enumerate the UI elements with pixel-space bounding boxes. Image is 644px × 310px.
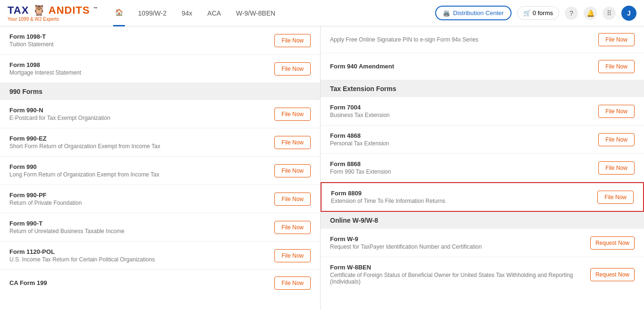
file-now-button[interactable]: File Now: [598, 105, 635, 118]
file-now-button[interactable]: File Now: [274, 249, 311, 262]
right-panel: Apply Free Online Signature PIN to e-sig…: [321, 26, 644, 310]
form-name: Form W-9: [330, 235, 482, 243]
request-now-button[interactable]: Request Now: [590, 236, 635, 250]
form-info: Form W-8BEN Certificate of Foreign Statu…: [330, 264, 590, 285]
cart-button[interactable]: 🛒 0 forms: [517, 6, 559, 20]
form-row: Form W-9 Request for TaxPayer Identifica…: [321, 229, 644, 257]
form-desc: Apply Free Online Signature PIN to e-sig…: [330, 36, 479, 43]
nav-links: 🏠 1099/W-2 94x ACA W-9/W-8BEN: [113, 0, 435, 26]
form-row: Form W-8BEN Certificate of Foreign Statu…: [321, 257, 644, 292]
form-name: CA Form 199: [9, 279, 47, 286]
form-name: Form 8809: [331, 190, 446, 197]
form-name: Form 1098: [9, 61, 81, 68]
form-info: Form 1098 Mortgage Interest Statement: [9, 61, 81, 76]
form-desc: U.S. Income Tax Return for Certain Polit…: [9, 256, 155, 263]
nav-w9-w8ben[interactable]: W-9/W-8BEN: [234, 0, 278, 26]
section-header-990: 990 Forms: [0, 83, 320, 100]
left-panel: Form 1098-T Tuition Statement File Now F…: [0, 26, 321, 310]
form-name: Form 990-T: [9, 220, 124, 227]
form-name: Form 990-N: [9, 107, 110, 114]
form-info: Form 1120-POL U.S. Income Tax Return for…: [9, 248, 155, 263]
form-info: Form W-9 Request for TaxPayer Identifica…: [330, 235, 482, 250]
grid-menu-button[interactable]: ⠿: [603, 7, 616, 20]
form-desc: Return of Unrelated Business Taxable Inc…: [9, 228, 124, 235]
file-now-button[interactable]: File Now: [598, 161, 635, 175]
form-info: Form 7004 Business Tax Extension: [330, 104, 390, 118]
help-button[interactable]: ?: [565, 7, 578, 20]
file-now-button[interactable]: File Now: [598, 60, 635, 73]
form-name: Form W-8BEN: [330, 264, 590, 271]
form-row-highlighted: Form 8809 Extension of Time To File Info…: [321, 182, 644, 212]
form-desc: Short Form Return of Organization Exempt…: [9, 143, 160, 150]
file-now-button[interactable]: File Now: [274, 136, 311, 149]
form-desc: Tuition Statement: [9, 41, 54, 48]
form-row: Form 1120-POL U.S. Income Tax Return for…: [0, 242, 320, 270]
user-avatar[interactable]: J: [621, 6, 636, 21]
form-row: Form 990-T Return of Unrelated Business …: [0, 213, 320, 242]
nav-1099-w2[interactable]: 1099/W-2: [136, 0, 168, 26]
form-row: Form 7004 Business Tax Extension File No…: [321, 97, 644, 126]
file-now-button[interactable]: File Now: [274, 62, 311, 75]
file-now-button-highlighted[interactable]: File Now: [597, 191, 634, 204]
form-desc: Extension of Time To File Information Re…: [331, 198, 446, 204]
form-desc: Certificate of Foreign Status of Benefic…: [330, 272, 590, 285]
form-desc: Personal Tax Extension: [330, 140, 389, 147]
form-info: Form 940 Amendment: [330, 63, 394, 71]
form-desc: Mortgage Interest Statement: [9, 69, 81, 76]
form-info: CA Form 199: [9, 279, 47, 287]
form-info: Form 990-EZ Short Form Return of Organiz…: [9, 135, 160, 150]
form-name: Form 1098-T: [9, 33, 54, 40]
section-header-online-w9: Online W-9/W-8: [321, 212, 644, 229]
form-row: Form 990 Long Form Return of Organizatio…: [0, 157, 320, 185]
form-row: Form 990-N E-Postcard for Tax Exempt Org…: [0, 100, 320, 128]
logo: TAX 🦉 ANDITS ™: [8, 4, 98, 17]
form-name: Form 1120-POL: [9, 248, 155, 255]
form-row: CA Form 199 File Now: [0, 270, 320, 296]
form-name: Form 7004: [330, 104, 390, 111]
logo-tagline: Your 1099 & W2 Experts: [8, 17, 98, 22]
form-row: Form 1098-T Tuition Statement File Now: [0, 26, 320, 55]
file-now-button[interactable]: File Now: [274, 108, 311, 121]
header-right: 🖨️ Distribution Center 🛒 0 forms ? 🔔 ⠿ J: [435, 6, 636, 21]
dist-center-label: Distribution Center: [453, 9, 504, 17]
form-desc: Form 990 Tax Extension: [330, 168, 391, 175]
nav-aca[interactable]: ACA: [206, 0, 223, 26]
printer-icon: 🖨️: [443, 9, 450, 17]
form-desc: Return of Private Foundation: [9, 200, 82, 206]
form-name: Form 940 Amendment: [330, 63, 394, 70]
section-header-tax-extension: Tax Extension Forms: [321, 80, 644, 97]
form-info: Apply Free Online Signature PIN to e-sig…: [330, 36, 479, 43]
form-desc: E-Postcard for Tax Exempt Organization: [9, 115, 110, 121]
home-icon: 🏠: [115, 8, 123, 16]
form-name: Form 990-PF: [9, 192, 82, 199]
form-info: Form 990-PF Return of Private Foundation: [9, 192, 82, 206]
file-now-button[interactable]: File Now: [274, 276, 311, 290]
notifications-button[interactable]: 🔔: [584, 7, 597, 20]
file-now-button[interactable]: File Now: [274, 164, 311, 177]
file-now-button[interactable]: File Now: [598, 133, 635, 146]
logo-area: TAX 🦉 ANDITS ™ Your 1099 & W2 Experts: [8, 4, 98, 22]
nav-home[interactable]: 🏠: [113, 0, 125, 26]
form-info: Form 990-N E-Postcard for Tax Exempt Org…: [9, 107, 110, 121]
file-now-button[interactable]: File Now: [598, 33, 635, 46]
file-now-button[interactable]: File Now: [274, 193, 311, 206]
form-row: Form 990-PF Return of Private Foundation…: [0, 185, 320, 213]
form-name: Form 8868: [330, 160, 391, 168]
form-name: Form 990: [9, 163, 159, 170]
form-row: Form 8868 Form 990 Tax Extension File No…: [321, 154, 644, 182]
file-now-button[interactable]: File Now: [274, 221, 311, 234]
request-now-button[interactable]: Request Now: [590, 268, 635, 281]
form-desc: Request for TaxPayer Identification Numb…: [330, 243, 482, 250]
nav-94x[interactable]: 94x: [180, 0, 194, 26]
main-container: Form 1098-T Tuition Statement File Now F…: [0, 26, 644, 310]
file-now-button[interactable]: File Now: [274, 34, 311, 47]
form-info: Form 1098-T Tuition Statement: [9, 33, 54, 48]
form-info: Form 8868 Form 990 Tax Extension: [330, 160, 391, 175]
form-desc: Long Form Return of Organization Exempt …: [9, 171, 159, 178]
form-row: Form 990-EZ Short Form Return of Organiz…: [0, 128, 320, 157]
header: TAX 🦉 ANDITS ™ Your 1099 & W2 Experts 🏠 …: [0, 0, 644, 26]
distribution-center-button[interactable]: 🖨️ Distribution Center: [435, 6, 512, 20]
form-name: Form 4868: [330, 132, 389, 139]
cart-label: 0 forms: [533, 9, 553, 17]
form-info: Form 4868 Personal Tax Extension: [330, 132, 389, 147]
